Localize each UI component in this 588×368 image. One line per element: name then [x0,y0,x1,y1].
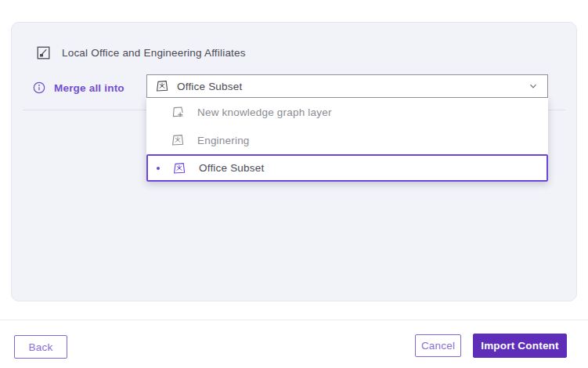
source-layer-row: Local Office and Engineering Affiliates [37,44,246,61]
cancel-button[interactable]: Cancel [415,334,461,357]
import-content-button[interactable]: Import Content [473,334,567,358]
link-chart-icon [37,46,50,60]
dropdown-option-label: Enginering [197,135,250,146]
knowledge-graph-layer-icon [172,161,186,175]
dropdown-option-label: New knowledge graph layer [197,106,332,118]
info-icon [33,81,45,94]
merge-target-dropdown-menu: New knowledge graph layer Enginering [146,98,548,182]
selected-bullet-dot [157,167,160,170]
merge-row: Merge all into [33,76,124,99]
knowledge-graph-layer-icon [155,79,169,93]
chevron-down-icon [527,80,539,92]
dropdown-selected-value: Office Subset [177,81,527,92]
merge-all-into-label: Merge all into [54,82,124,94]
new-knowledge-graph-layer-icon [171,105,185,119]
dropdown-option-office-subset[interactable]: Office Subset [146,154,548,182]
back-button[interactable]: Back [14,335,67,359]
dropdown-option-label: Office Subset [199,162,264,174]
merge-target-dropdown[interactable]: Office Subset [146,74,548,98]
dropdown-option-enginering[interactable]: Enginering [146,126,548,154]
dropdown-option-new-knowledge-graph-layer[interactable]: New knowledge graph layer [146,98,548,126]
knowledge-graph-layer-icon [171,133,185,147]
footer-divider [0,319,588,320]
source-layer-label: Local Office and Engineering Affiliates [62,47,246,59]
